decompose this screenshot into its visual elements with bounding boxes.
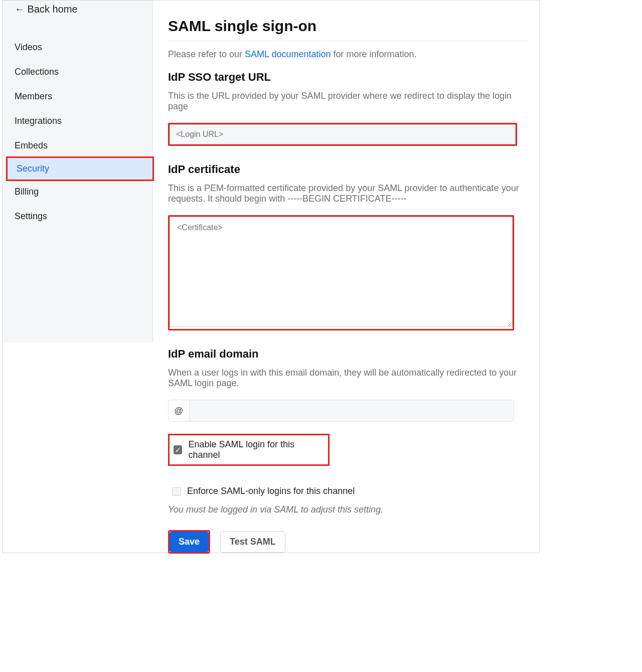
app-window: ← Back home Videos Collections Members I… bbox=[2, 0, 540, 553]
sidebar-item-label: Billing bbox=[15, 187, 39, 197]
enable-saml-label: Enable SAML login for this channel bbox=[188, 439, 324, 460]
idp-url-input[interactable] bbox=[170, 124, 516, 144]
idp-cert-highlight bbox=[168, 215, 514, 330]
sidebar-item-settings[interactable]: Settings bbox=[3, 204, 152, 229]
back-home-link[interactable]: ← Back home bbox=[3, 1, 152, 18]
save-button[interactable]: Save bbox=[170, 532, 209, 552]
sidebar-item-label: Security bbox=[17, 163, 49, 174]
sidebar-item-integrations[interactable]: Integrations bbox=[3, 109, 152, 133]
help-text: Please refer to our SAML documentation f… bbox=[168, 49, 527, 60]
enable-saml-checkbox[interactable] bbox=[174, 445, 182, 454]
help-suffix: for more information. bbox=[331, 49, 417, 59]
idp-domain-heading: IdP email domain bbox=[168, 348, 527, 361]
idp-domain-desc: When a user logs in with this email doma… bbox=[168, 368, 527, 389]
enforce-saml-checkbox[interactable] bbox=[172, 487, 181, 496]
enforce-saml-row: Enforce SAML-only logins for this channe… bbox=[168, 481, 527, 501]
sidebar-item-label: Settings bbox=[15, 211, 47, 221]
enforce-saml-label: Enforce SAML-only logins for this channe… bbox=[187, 486, 355, 496]
idp-cert-heading: IdP certificate bbox=[168, 163, 527, 176]
page-title: SAML single sign-on bbox=[168, 18, 527, 35]
sidebar-item-embeds[interactable]: Embeds bbox=[3, 133, 152, 158]
sidebar-item-label: Collections bbox=[15, 67, 59, 77]
save-button-highlight: Save bbox=[168, 530, 210, 554]
sidebar-item-label: Embeds bbox=[15, 140, 48, 150]
idp-url-heading: IdP SSO target URL bbox=[168, 71, 527, 84]
sidebar-item-label: Videos bbox=[15, 42, 42, 52]
idp-cert-textarea[interactable] bbox=[170, 217, 513, 327]
sidebar-item-label: Members bbox=[15, 91, 52, 101]
test-saml-button[interactable]: Test SAML bbox=[220, 531, 285, 553]
sidebar-list: Videos Collections Members Integrations … bbox=[3, 35, 152, 229]
sidebar-item-label: Integrations bbox=[15, 116, 62, 126]
button-row: Save Test SAML bbox=[168, 530, 527, 554]
sidebar-item-collections[interactable]: Collections bbox=[3, 60, 152, 84]
sidebar-item-members[interactable]: Members bbox=[3, 84, 152, 109]
saml-docs-link[interactable]: SAML documentation bbox=[245, 49, 331, 59]
divider bbox=[168, 41, 527, 41]
sidebar-item-videos[interactable]: Videos bbox=[3, 35, 152, 60]
main-content: SAML single sign-on Please refer to our … bbox=[153, 1, 539, 553]
sidebar: ← Back home Videos Collections Members I… bbox=[3, 1, 153, 343]
enforce-saml-hint: You must be logged in via SAML to adjust… bbox=[168, 505, 527, 515]
idp-url-highlight bbox=[168, 123, 517, 146]
idp-domain-input[interactable] bbox=[190, 400, 514, 421]
enable-saml-row: Enable SAML login for this channel bbox=[168, 434, 330, 466]
help-prefix: Please refer to our bbox=[168, 49, 245, 59]
idp-cert-desc: This is a PEM-formatted certificate prov… bbox=[168, 183, 527, 204]
sidebar-item-billing[interactable]: Billing bbox=[3, 180, 152, 204]
idp-domain-row: @ bbox=[168, 400, 514, 422]
at-sign-icon: @ bbox=[169, 400, 190, 421]
idp-url-desc: This is the URL provided by your SAML pr… bbox=[168, 91, 527, 112]
sidebar-item-security[interactable]: Security bbox=[6, 156, 154, 181]
